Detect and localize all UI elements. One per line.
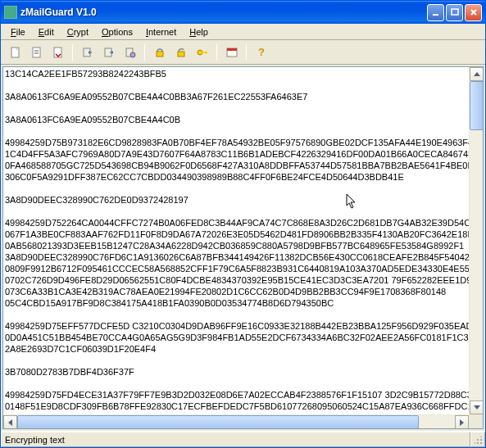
encrypt-button[interactable] <box>150 43 169 61</box>
app-window: zMailGuard V1.0 File Edit Crypt Options … <box>0 0 486 448</box>
scroll-right-button[interactable] <box>455 415 469 429</box>
menu-internet[interactable]: Internet <box>139 25 183 38</box>
titlebar[interactable]: zMailGuard V1.0 <box>1 1 485 24</box>
app-icon <box>4 6 17 19</box>
decrypt-button[interactable] <box>171 43 190 61</box>
statusbar: Encrypting text <box>1 431 485 447</box>
horizontal-scrollbar[interactable] <box>3 414 469 428</box>
menu-edit[interactable]: Edit <box>32 25 61 38</box>
attach-export-button[interactable] <box>99 43 118 61</box>
save-doc-button[interactable] <box>48 43 67 61</box>
help-icon: ? <box>255 46 268 59</box>
help-button[interactable]: ? <box>252 43 270 61</box>
scroll-down-button[interactable] <box>470 400 484 414</box>
svg-rect-16 <box>206 52 207 54</box>
vertical-scrollbar[interactable] <box>469 67 483 414</box>
status-text: Encrypting text <box>1 432 470 447</box>
menu-file[interactable]: File <box>4 25 32 38</box>
unlock-icon <box>175 46 188 59</box>
scroll-up-button[interactable] <box>470 67 484 81</box>
menubar: File Edit Crypt Options Internet Help <box>1 24 485 40</box>
menu-help[interactable]: Help <box>183 25 215 38</box>
close-button[interactable] <box>465 4 482 21</box>
cipher-text-content[interactable]: 13C14CA2EE1FB57293B8242243BFB5 3A8A0613F… <box>3 67 469 414</box>
svg-text:?: ? <box>258 46 265 58</box>
toolbar: ? <box>1 40 485 65</box>
svg-rect-18 <box>227 48 237 51</box>
calendar-button[interactable] <box>222 43 241 61</box>
attach-import-button[interactable] <box>78 43 97 61</box>
attach-config-button[interactable] <box>120 43 139 61</box>
lock-icon <box>153 46 166 59</box>
calendar-icon <box>225 46 238 59</box>
svg-rect-12 <box>157 52 163 57</box>
svg-rect-1 <box>452 9 458 15</box>
menu-crypt[interactable]: Crypt <box>61 25 95 38</box>
scroll-thumb-v[interactable] <box>470 81 484 130</box>
svg-rect-5 <box>34 52 39 52</box>
open-doc-button[interactable] <box>27 43 46 61</box>
new-doc-button[interactable] <box>6 43 25 61</box>
menu-options[interactable]: Options <box>95 25 139 38</box>
key-button[interactable] <box>193 43 211 61</box>
key-icon <box>196 46 209 59</box>
maximize-button[interactable] <box>446 4 463 21</box>
svg-point-11 <box>130 52 135 57</box>
main-text-area[interactable]: 13C14CA2EE1FB57293B8242243BFB5 3A8A0613F… <box>2 66 484 429</box>
window-title: zMailGuard V1.0 <box>20 7 427 18</box>
resize-grip[interactable] <box>470 432 485 447</box>
svg-rect-4 <box>34 50 39 51</box>
scroll-corner <box>469 414 483 428</box>
scroll-thumb-h[interactable] <box>17 415 419 429</box>
scroll-left-button[interactable] <box>3 415 17 429</box>
svg-rect-6 <box>34 53 39 54</box>
svg-rect-13 <box>178 52 184 57</box>
minimize-button[interactable] <box>427 4 444 21</box>
svg-rect-0 <box>433 14 438 16</box>
